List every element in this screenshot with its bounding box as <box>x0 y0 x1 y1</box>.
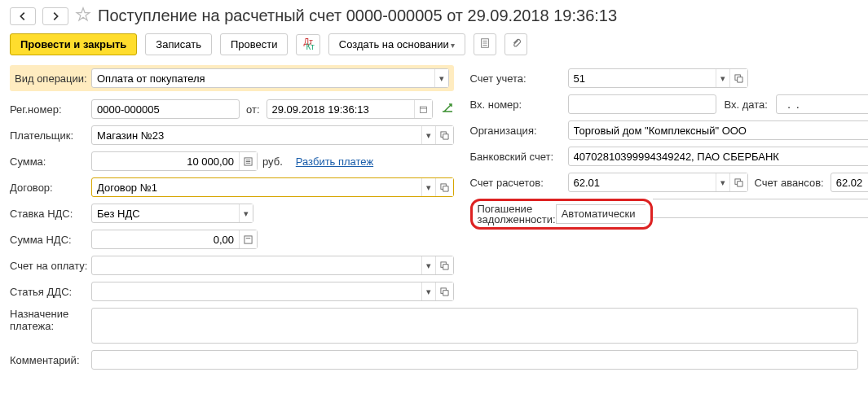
forward-button[interactable] <box>42 7 68 25</box>
calculator-button[interactable] <box>239 152 257 170</box>
in-date-label: Вх. дата: <box>725 99 768 111</box>
operation-type-input[interactable] <box>92 69 434 87</box>
vat-rate-label: Ставка НДС: <box>10 208 91 220</box>
comment-label: Комментарий: <box>10 354 91 366</box>
open-button[interactable] <box>729 173 747 191</box>
open-icon <box>734 178 743 187</box>
reg-num-input[interactable] <box>92 100 239 118</box>
dt-kt-button[interactable]: ДтКт <box>296 34 319 55</box>
calendar-icon <box>419 105 428 114</box>
paperclip-icon <box>510 37 522 49</box>
split-payment-link[interactable]: Разбить платеж <box>296 155 373 168</box>
dt-kt-icon: ДтКт <box>302 38 314 51</box>
open-button[interactable] <box>435 126 453 144</box>
svg-rect-4 <box>420 107 426 113</box>
open-icon <box>734 74 743 83</box>
save-button[interactable]: Записать <box>145 33 212 55</box>
page-title: Поступление на расчетный счет 0000-00000… <box>98 7 617 25</box>
invoice-label: Счет на оплату: <box>10 260 91 272</box>
account-input[interactable] <box>569 69 716 87</box>
calculator-icon <box>244 157 253 166</box>
back-button[interactable] <box>10 7 36 25</box>
create-based-on-button[interactable]: Создать на основании <box>328 33 466 55</box>
reports-button[interactable] <box>474 33 496 55</box>
dropdown-button[interactable]: ▾ <box>421 126 435 144</box>
payer-label: Плательщик: <box>10 129 91 142</box>
debt-repayment-highlight: Погашение задолженности: Автоматически <box>470 199 653 230</box>
invoice-input[interactable] <box>92 256 421 274</box>
open-icon <box>440 287 449 296</box>
calculator-icon <box>244 235 253 244</box>
account-label: Счет учета: <box>470 72 568 85</box>
favorite-star-icon[interactable] <box>75 7 91 25</box>
vat-sum-input[interactable] <box>92 230 239 248</box>
bank-acc-input[interactable] <box>569 147 868 165</box>
settle-account-label: Счет расчетов: <box>470 177 568 189</box>
comment-input[interactable] <box>92 351 857 369</box>
purpose-textarea[interactable] <box>91 308 858 344</box>
svg-rect-12 <box>245 235 252 243</box>
vat-sum-label: Сумма НДС: <box>10 234 91 246</box>
document-icon <box>479 37 491 49</box>
open-icon <box>440 261 449 270</box>
vat-rate-input[interactable] <box>92 204 239 222</box>
status-ok-icon <box>441 102 454 117</box>
dropdown-button[interactable]: ▾ <box>421 282 435 300</box>
dds-input[interactable] <box>92 282 421 300</box>
payer-input[interactable] <box>92 126 421 144</box>
post-and-close-button[interactable]: Провести и закрыть <box>10 33 137 55</box>
debt-value[interactable]: Автоматически <box>556 204 645 224</box>
dropdown-button[interactable]: ▾ <box>421 256 435 274</box>
operation-type-label: Вид операции: <box>15 72 91 85</box>
purpose-label: Назначение платежа: <box>10 308 91 332</box>
dropdown-button[interactable]: ▾ <box>716 173 729 191</box>
dropdown-button[interactable]: ▾ <box>239 204 253 222</box>
bank-acc-label: Банковский счет: <box>470 151 568 163</box>
org-input[interactable] <box>569 121 868 139</box>
dropdown-button[interactable]: ▾ <box>716 69 729 87</box>
attach-button[interactable] <box>504 33 527 55</box>
reg-num-label: Рег.номер: <box>10 103 91 116</box>
settle-account-input[interactable] <box>569 173 716 191</box>
currency-label: руб. <box>262 155 283 168</box>
calculator-button[interactable] <box>239 230 257 248</box>
dropdown-button[interactable]: ▾ <box>421 178 435 196</box>
contract-input[interactable] <box>92 178 421 196</box>
dds-label: Статья ДДС: <box>10 286 91 298</box>
sum-label: Сумма: <box>10 155 91 168</box>
in-date-input[interactable] <box>777 95 868 113</box>
sum-input[interactable] <box>92 152 239 170</box>
open-button[interactable] <box>435 256 453 274</box>
contract-label: Договор: <box>10 182 91 194</box>
from-label: от: <box>246 103 260 116</box>
open-icon <box>440 131 449 140</box>
calendar-button[interactable] <box>414 100 432 118</box>
org-label: Организация: <box>470 125 568 137</box>
date-input[interactable] <box>267 100 414 118</box>
open-button[interactable] <box>729 69 747 87</box>
in-num-label: Вх. номер: <box>470 99 568 111</box>
post-button[interactable]: Провести <box>220 33 289 55</box>
advance-account-label: Счет авансов: <box>755 177 824 189</box>
advance-account-input[interactable] <box>831 173 868 191</box>
debt-label: Погашение задолженности: <box>473 204 556 225</box>
dropdown-button[interactable]: ▾ <box>434 69 448 87</box>
open-button[interactable] <box>435 282 453 300</box>
in-num-input[interactable] <box>569 95 716 113</box>
open-button[interactable] <box>435 178 453 196</box>
open-icon <box>440 183 449 192</box>
